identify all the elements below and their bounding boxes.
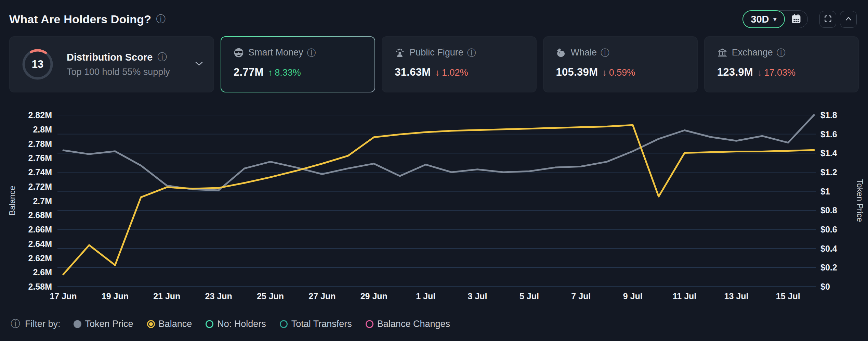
chart-filter-row: ⓘ Filter by: Token PriceBalanceNo: Holde…	[0, 316, 868, 332]
filter-option-label: Token Price	[85, 319, 133, 329]
header-controls: 30D ▾	[743, 10, 857, 28]
range-calendar-group: 30D ▾	[743, 10, 808, 28]
exchange-info-icon[interactable]: ⓘ	[777, 48, 786, 57]
svg-text:2.58M: 2.58M	[28, 282, 52, 291]
public-figure-info-icon[interactable]: ⓘ	[467, 48, 476, 57]
svg-text:15 Jul: 15 Jul	[776, 291, 800, 301]
svg-text:1 Jul: 1 Jul	[416, 291, 435, 301]
down-arrow-icon: ↓	[435, 67, 440, 78]
range-selector[interactable]: 30D ▾	[742, 10, 785, 28]
caret-down-icon: ▾	[773, 15, 777, 23]
filter-option-total-transfers[interactable]: Total Transfers	[280, 319, 352, 329]
calendar-icon	[790, 13, 802, 26]
down-arrow-icon: ↓	[758, 67, 762, 78]
svg-text:2.62M: 2.62M	[28, 253, 52, 263]
metric-delta: ↓0.59%	[602, 67, 635, 78]
calendar-button[interactable]	[785, 11, 807, 27]
distribution-text: Distribution Score ⓘ Top 100 hold 55% su…	[67, 52, 170, 77]
smart-money-info-icon[interactable]: ⓘ	[307, 48, 316, 57]
legend-ring-icon	[366, 320, 373, 328]
page-title: What Are Holders Doing?	[9, 13, 151, 26]
title-info-icon[interactable]: ⓘ	[156, 14, 166, 24]
svg-text:$0.4: $0.4	[820, 244, 837, 253]
card-smart-money[interactable]: Smart Money ⓘ 2.77M ↑8.33%	[221, 36, 375, 92]
whale-info-icon[interactable]: ⓘ	[601, 48, 609, 57]
holders-dashboard: { "colors": { "background": "#131823", "…	[0, 0, 868, 341]
distribution-score-value: 13	[21, 48, 54, 81]
svg-text:21 Jun: 21 Jun	[153, 291, 180, 301]
svg-text:$0.2: $0.2	[820, 263, 837, 272]
chart-series	[63, 115, 814, 275]
svg-text:5 Jul: 5 Jul	[520, 291, 539, 301]
svg-text:9 Jul: 9 Jul	[623, 291, 643, 301]
svg-text:2.64M: 2.64M	[28, 239, 52, 249]
filter-option-balance[interactable]: Balance	[147, 319, 192, 329]
svg-text:2.74M: 2.74M	[28, 167, 52, 177]
filter-option-no-holders[interactable]: No: Holders	[206, 319, 266, 329]
svg-text:2.78M: 2.78M	[28, 139, 52, 149]
card-whale[interactable]: Whale ⓘ 105.39M ↓0.59%	[543, 36, 698, 92]
metric-value: 2.77M	[234, 66, 264, 78]
bank-icon	[717, 48, 727, 58]
svg-text:$1.8: $1.8	[820, 110, 837, 120]
filter-option-balance-changes[interactable]: Balance Changes	[366, 319, 450, 329]
metric-delta: ↑8.33%	[268, 67, 301, 78]
public-figure-icon	[395, 48, 405, 58]
legend-ring-icon	[147, 320, 155, 328]
window-buttons	[819, 11, 857, 28]
svg-text:13 Jul: 13 Jul	[724, 291, 748, 301]
card-distribution-score[interactable]: 13 Distribution Score ⓘ Top 100 hold 55%…	[9, 36, 214, 92]
filter-option-label: Total Transfers	[291, 319, 352, 329]
up-arrow-icon: ↑	[268, 67, 273, 78]
filter-options: Token PriceBalanceNo: HoldersTotal Trans…	[74, 319, 450, 329]
whale-icon	[556, 48, 566, 58]
svg-text:$1: $1	[820, 187, 830, 196]
right-axis-title: Token Price	[855, 179, 865, 222]
filter-label: Filter by:	[25, 319, 61, 329]
distribution-score-gauge: 13	[21, 48, 54, 81]
distribution-subtitle: Top 100 hold 55% supply	[67, 67, 170, 77]
filter-option-label: Balance	[159, 319, 192, 329]
svg-text:11 Jul: 11 Jul	[673, 291, 697, 301]
filter-caption: ⓘ Filter by:	[11, 319, 61, 329]
metric-value: 105.39M	[556, 66, 598, 78]
filter-option-label: Balance Changes	[377, 319, 450, 329]
svg-text:2.68M: 2.68M	[28, 210, 52, 220]
svg-text:19 Jun: 19 Jun	[102, 291, 129, 301]
svg-text:3 Jul: 3 Jul	[468, 291, 487, 301]
metric-value: 123.9M	[717, 66, 753, 78]
svg-text:2.8M: 2.8M	[33, 125, 52, 134]
fullscreen-button[interactable]	[819, 11, 836, 28]
series-balance	[63, 125, 814, 274]
svg-text:2.82M: 2.82M	[28, 110, 52, 120]
card-public-figure[interactable]: Public Figure ⓘ 31.63M ↓1.02%	[382, 36, 536, 92]
svg-text:27 Jun: 27 Jun	[308, 291, 336, 301]
filter-option-label: No: Holders	[217, 319, 266, 329]
collapse-button[interactable]	[840, 11, 857, 28]
distribution-title: Distribution Score	[67, 52, 153, 63]
axis-ticks: $1.8$1.6$1.4$1.2$1$0.8$0.6$0.4$0.2$02.82…	[28, 110, 837, 301]
svg-text:23 Jun: 23 Jun	[205, 291, 232, 301]
chevron-up-icon	[844, 14, 853, 24]
chevron-down-icon[interactable]	[195, 61, 203, 67]
metric-cards-row: 13 Distribution Score ⓘ Top 100 hold 55%…	[9, 36, 859, 92]
svg-text:25 Jun: 25 Jun	[257, 291, 284, 301]
fullscreen-icon	[824, 14, 832, 24]
metric-name: Public Figure	[409, 47, 463, 58]
svg-text:$0.6: $0.6	[820, 225, 837, 234]
svg-text:2.6M: 2.6M	[33, 267, 52, 277]
svg-text:$0.8: $0.8	[820, 205, 837, 215]
smart-money-icon	[234, 48, 244, 58]
holders-chart[interactable]: $1.8$1.6$1.4$1.2$1$0.8$0.6$0.4$0.2$02.82…	[0, 95, 868, 311]
gridlines	[57, 115, 816, 287]
svg-text:$1.2: $1.2	[820, 167, 837, 177]
metric-name: Exchange	[732, 47, 773, 58]
svg-text:17 Jun: 17 Jun	[50, 291, 77, 301]
metric-name: Smart Money	[248, 47, 303, 58]
svg-text:$1.6: $1.6	[820, 129, 837, 139]
distribution-info-icon[interactable]: ⓘ	[157, 52, 167, 62]
legend-ring-icon	[206, 320, 213, 328]
card-exchange[interactable]: Exchange ⓘ 123.9M ↓17.03%	[704, 36, 859, 92]
filter-option-token-price[interactable]: Token Price	[74, 319, 133, 329]
filter-info-icon[interactable]: ⓘ	[11, 319, 20, 329]
